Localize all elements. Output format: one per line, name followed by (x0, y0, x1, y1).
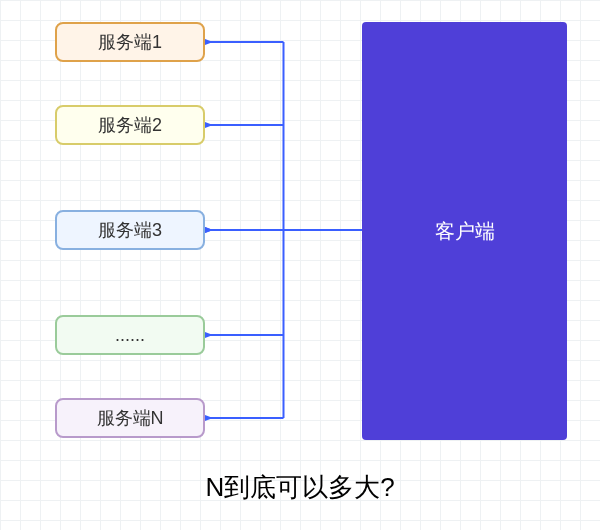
client-label: 客户端 (435, 218, 495, 245)
server-label-4: 服务端N (97, 406, 164, 430)
client-box: 客户端 (362, 22, 567, 440)
server-label-1: 服务端2 (98, 113, 162, 137)
server-label-3: ...... (115, 325, 145, 346)
caption-text: N到底可以多大? (0, 470, 600, 505)
server-label-0: 服务端1 (98, 30, 162, 54)
server-box-3: ...... (55, 315, 205, 355)
server-box-2: 服务端3 (55, 210, 205, 250)
server-box-4: 服务端N (55, 398, 205, 438)
server-box-1: 服务端2 (55, 105, 205, 145)
server-label-2: 服务端3 (98, 218, 162, 242)
server-box-0: 服务端1 (55, 22, 205, 62)
